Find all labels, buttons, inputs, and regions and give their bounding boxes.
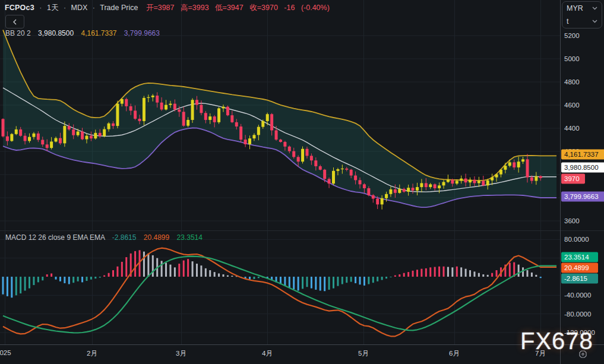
open-value: 开=3987 bbox=[146, 4, 175, 12]
low-value: 低=3947 bbox=[215, 4, 244, 12]
exchange-label[interactable]: MDX bbox=[71, 4, 88, 12]
back-button[interactable] bbox=[5, 15, 24, 29]
bb-lower-value: 3,799.9663 bbox=[124, 29, 160, 37]
chevron-down-icon bbox=[592, 7, 597, 10]
ohlc-values: 开=3987 高=3993 低=3947 收=3970 -16 (-0.40%) bbox=[146, 4, 334, 12]
macd-pane[interactable] bbox=[2, 248, 557, 337]
currency-dropdown[interactable]: MYR bbox=[562, 2, 602, 15]
chevron-left-icon bbox=[12, 19, 17, 25]
macd-tick-label: 80.0000 bbox=[564, 236, 589, 243]
price-badge: 3,980.8500 bbox=[561, 163, 604, 173]
high-value: 高=3993 bbox=[181, 4, 209, 12]
time-axis-month: 4月 bbox=[262, 349, 273, 358]
separator-dot: · bbox=[93, 4, 95, 12]
price-badge: 20.4899 bbox=[561, 263, 598, 273]
bb-middle-value: 3,980.8500 bbox=[38, 29, 74, 37]
interval-button[interactable]: 1天 bbox=[47, 4, 58, 12]
bb-upper-value: 4,161.7337 bbox=[81, 29, 116, 37]
separator-dot: · bbox=[64, 4, 66, 12]
time-axis-month: 2月 bbox=[87, 349, 97, 358]
macd-histogram bbox=[2, 250, 542, 297]
time-scale[interactable]: 2025 2月3月4月5月6月7月 bbox=[0, 345, 604, 364]
macd-indicator-legend[interactable]: MACD 12 26 close 9 EMA EMA -2.8615 20.48… bbox=[5, 233, 203, 242]
symbol-name[interactable]: FCPOc3 bbox=[5, 4, 34, 12]
time-axis-month: 5月 bbox=[358, 349, 369, 358]
price-badge: 3970 bbox=[561, 174, 585, 184]
bb-label: BB 20 2 bbox=[5, 29, 31, 37]
fx678-watermark: FX678 bbox=[520, 328, 593, 354]
symbol-header: FCPOc3 · 1天 · MDX · Trade Price 开=3987 高… bbox=[5, 3, 334, 13]
price-tick-label: 3600 bbox=[564, 217, 580, 224]
macd-hist-value: -2.8615 bbox=[112, 233, 137, 242]
bb-indicator-legend[interactable]: BB 20 2 3,980.8500 4,161.7337 3,799.9663 bbox=[5, 29, 160, 37]
macd-line bbox=[3, 248, 556, 337]
price-tick-label: 4600 bbox=[564, 102, 580, 109]
chevron-down-icon bbox=[592, 20, 597, 23]
close-value: 收=3970 bbox=[249, 4, 278, 12]
trading-chart-app: FCPOc3 · 1天 · MDX · Trade Price 开=3987 高… bbox=[0, 0, 604, 364]
macd-label: MACD 12 26 close 9 EMA EMA bbox=[5, 233, 105, 242]
unit-dropdown[interactable]: t bbox=[562, 15, 602, 28]
macd-line-value: 20.4899 bbox=[144, 233, 169, 242]
price-badge: 23.3514 bbox=[561, 252, 598, 262]
price-scale[interactable]: 520050004800460044004200360080.0000-40.0… bbox=[561, 0, 604, 344]
macd-tick-label: -80.0000 bbox=[564, 311, 591, 318]
change-percent: (-0.40%) bbox=[301, 4, 330, 12]
price-badge: -2.8615 bbox=[561, 274, 598, 284]
price-badge: 4,161.7337 bbox=[561, 150, 604, 160]
chart-area[interactable] bbox=[0, 0, 604, 364]
macd-signal-value: 23.3514 bbox=[177, 233, 203, 242]
price-tick-label: 4800 bbox=[564, 78, 580, 86]
scale-unit-selects: MYR t bbox=[562, 1, 602, 29]
price-tick-label: 5200 bbox=[564, 32, 580, 39]
price-badge: 3,799.9663 bbox=[561, 192, 604, 202]
currency-value: MYR bbox=[567, 4, 583, 12]
time-axis-month: 6月 bbox=[449, 349, 460, 358]
macd-tick-label: -40.0000 bbox=[564, 292, 591, 299]
time-axis-month: 3月 bbox=[176, 349, 186, 358]
unit-value: t bbox=[567, 17, 568, 26]
series-type-label[interactable]: Trade Price bbox=[100, 4, 138, 12]
time-axis-year: 2025 bbox=[0, 349, 11, 356]
separator-dot: · bbox=[39, 4, 42, 12]
price-tick-label: 4400 bbox=[564, 125, 580, 132]
change-value: -16 bbox=[284, 4, 295, 12]
price-pane[interactable] bbox=[2, 30, 557, 209]
price-tick-label: 5000 bbox=[564, 55, 580, 62]
